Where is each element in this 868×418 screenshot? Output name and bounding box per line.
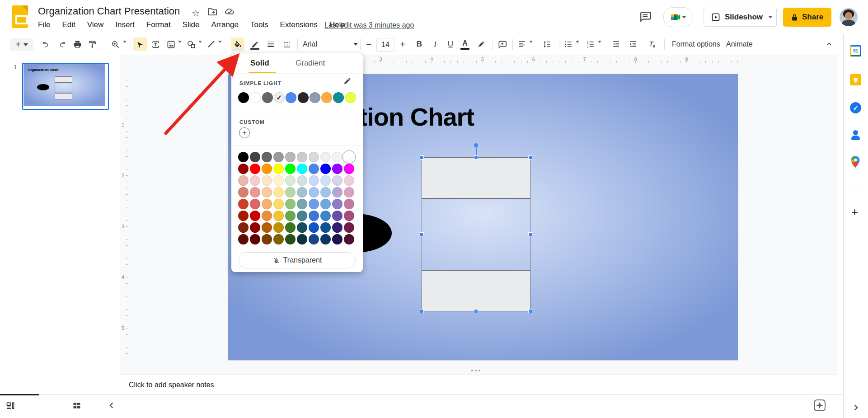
shape-dropdown-caret[interactable]: [198, 43, 202, 51]
color-swatch[interactable]: [320, 234, 331, 244]
decrease-indent-button[interactable]: [609, 38, 623, 51]
menu-slide[interactable]: Slide: [183, 20, 200, 29]
transparent-button[interactable]: Transparent: [239, 252, 356, 268]
color-swatch[interactable]: [297, 187, 307, 197]
calendar-icon[interactable]: 31: [850, 45, 861, 56]
meet-button[interactable]: [663, 7, 693, 27]
slide-thumbnail[interactable]: Organization Chart: [22, 63, 109, 110]
color-swatch[interactable]: [309, 164, 319, 174]
color-swatch[interactable]: [262, 222, 272, 233]
hide-menus-chevron[interactable]: [822, 38, 836, 51]
org-chart-rect-middle[interactable]: [422, 198, 530, 270]
color-swatch[interactable]: [332, 152, 343, 162]
color-swatch[interactable]: [320, 175, 331, 186]
color-swatch[interactable]: [332, 211, 343, 221]
insert-image-button[interactable]: [164, 38, 178, 51]
account-avatar[interactable]: [840, 8, 858, 26]
explore-button[interactable]: [813, 399, 826, 412]
color-swatch[interactable]: [344, 175, 354, 186]
color-swatch[interactable]: [262, 187, 272, 197]
color-swatch[interactable]: [262, 211, 272, 221]
italic-button[interactable]: I: [428, 38, 442, 51]
slideshow-button[interactable]: Slideshow: [704, 8, 770, 27]
resize-handle-nw[interactable]: [420, 155, 424, 160]
contacts-icon[interactable]: [850, 129, 861, 141]
tasks-icon[interactable]: ✓: [850, 102, 861, 113]
select-tool-button[interactable]: [133, 38, 147, 51]
speaker-notes-placeholder[interactable]: Click to add speaker notes: [129, 381, 214, 389]
theme-color-swatch[interactable]: [298, 92, 309, 103]
add-custom-color-button[interactable]: +: [239, 127, 250, 138]
theme-color-swatch[interactable]: [321, 92, 332, 103]
resize-handle-sw[interactable]: [420, 309, 424, 313]
color-swatch[interactable]: [250, 175, 260, 186]
share-button[interactable]: Share: [783, 8, 831, 27]
slideshow-dropdown[interactable]: [765, 8, 777, 27]
format-options-button[interactable]: Format options: [672, 40, 720, 48]
color-swatch[interactable]: [285, 211, 296, 221]
color-swatch[interactable]: [297, 234, 307, 244]
color-swatch[interactable]: [273, 164, 284, 174]
move-folder-icon[interactable]: [208, 8, 217, 16]
theme-color-swatch[interactable]: [238, 92, 249, 103]
decrease-font-size-button[interactable]: −: [362, 38, 375, 51]
align-dropdown-caret[interactable]: [529, 43, 533, 51]
color-swatch[interactable]: [273, 222, 284, 233]
color-swatch[interactable]: [344, 222, 354, 233]
org-chart-rect-top[interactable]: [422, 157, 530, 198]
theme-color-swatch[interactable]: [262, 92, 273, 103]
color-swatch[interactable]: [332, 199, 343, 209]
color-swatch[interactable]: [309, 199, 319, 209]
undo-button[interactable]: [39, 38, 52, 51]
clear-formatting-button[interactable]: [645, 38, 659, 51]
color-swatch[interactable]: [332, 175, 343, 186]
last-edit-link[interactable]: Last edit was 3 minutes ago: [324, 21, 414, 29]
theme-color-swatch[interactable]: [333, 92, 344, 103]
bulleted-list-button[interactable]: [562, 38, 575, 51]
color-swatch[interactable]: [309, 152, 319, 162]
color-swatch[interactable]: [238, 199, 249, 209]
color-swatch[interactable]: [285, 164, 296, 174]
slides-logo-icon[interactable]: [12, 5, 28, 28]
color-swatch[interactable]: [262, 199, 272, 209]
color-swatch[interactable]: [273, 234, 284, 244]
highlight-color-button[interactable]: [474, 38, 488, 51]
menu-arrange[interactable]: Arrange: [211, 20, 238, 29]
color-swatch[interactable]: [332, 187, 343, 197]
color-swatch[interactable]: [273, 152, 284, 162]
text-box-button[interactable]: [149, 38, 162, 51]
org-chart-rect-bottom[interactable]: [422, 270, 530, 311]
resize-handle-s[interactable]: [474, 309, 478, 313]
edit-theme-colors-icon[interactable]: [343, 77, 352, 85]
border-color-button[interactable]: [248, 38, 262, 51]
color-swatch[interactable]: [309, 211, 319, 221]
color-swatch[interactable]: [297, 164, 307, 174]
color-swatch[interactable]: [332, 164, 343, 174]
speaker-notes-area[interactable]: Click to add speaker notes: [120, 375, 838, 395]
image-dropdown-caret[interactable]: [178, 43, 182, 51]
new-slide-button[interactable]: +: [10, 38, 33, 51]
resize-handle-se[interactable]: [528, 309, 532, 313]
color-swatch[interactable]: [309, 234, 319, 244]
resize-handle-e[interactable]: [528, 232, 532, 236]
color-swatch[interactable]: [320, 199, 331, 209]
menu-insert[interactable]: Insert: [115, 20, 135, 29]
color-swatch[interactable]: [273, 211, 284, 221]
filmstrip-view-icon[interactable]: [6, 401, 15, 410]
font-family-select[interactable]: Arial: [300, 38, 361, 51]
border-weight-button[interactable]: [264, 38, 277, 51]
color-swatch[interactable]: [285, 175, 296, 186]
bulleted-list-caret[interactable]: [576, 43, 579, 51]
menu-view[interactable]: View: [87, 20, 104, 29]
color-swatch[interactable]: [297, 211, 307, 221]
star-icon[interactable]: ☆: [192, 8, 200, 19]
menu-edit[interactable]: Edit: [62, 20, 75, 29]
color-swatch[interactable]: [273, 187, 284, 197]
color-swatch[interactable]: [250, 152, 260, 162]
resize-handle-ne[interactable]: [528, 155, 532, 160]
color-swatch[interactable]: [262, 175, 272, 186]
color-swatch[interactable]: [320, 211, 331, 221]
color-swatch[interactable]: [344, 211, 354, 221]
color-swatch[interactable]: [320, 222, 331, 233]
print-button[interactable]: [70, 38, 84, 51]
